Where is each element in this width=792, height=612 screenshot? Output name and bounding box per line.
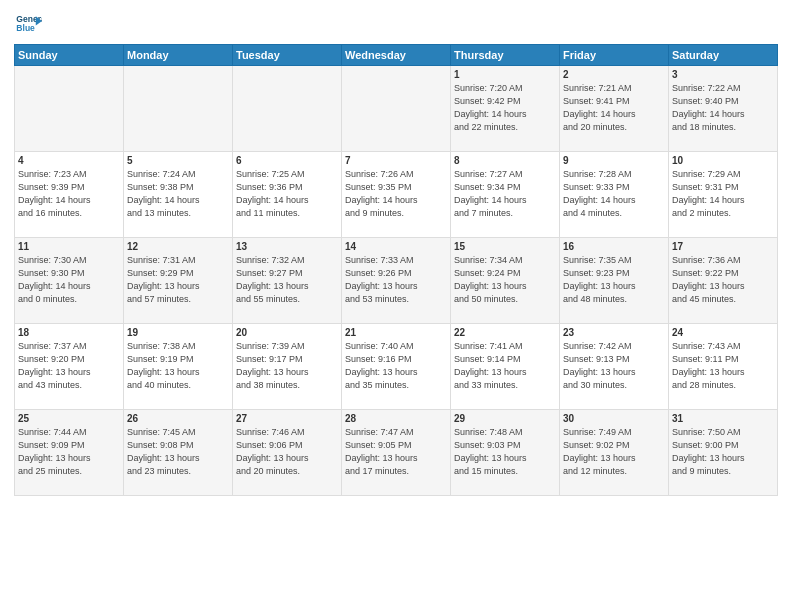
weekday-sunday: Sunday <box>15 45 124 66</box>
day-info: Sunrise: 7:31 AMSunset: 9:29 PMDaylight:… <box>127 254 229 306</box>
day-number: 10 <box>672 155 774 166</box>
day-cell-13: 13Sunrise: 7:32 AMSunset: 9:27 PMDayligh… <box>233 238 342 324</box>
day-number: 29 <box>454 413 556 424</box>
day-number: 1 <box>454 69 556 80</box>
day-number: 20 <box>236 327 338 338</box>
weekday-saturday: Saturday <box>669 45 778 66</box>
logo: General Blue <box>14 10 42 38</box>
day-cell-22: 22Sunrise: 7:41 AMSunset: 9:14 PMDayligh… <box>451 324 560 410</box>
weekday-header-row: SundayMondayTuesdayWednesdayThursdayFrid… <box>15 45 778 66</box>
svg-text:Blue: Blue <box>16 23 35 33</box>
day-number: 11 <box>18 241 120 252</box>
day-cell-2: 2Sunrise: 7:21 AMSunset: 9:41 PMDaylight… <box>560 66 669 152</box>
week-row-2: 4Sunrise: 7:23 AMSunset: 9:39 PMDaylight… <box>15 152 778 238</box>
day-cell-27: 27Sunrise: 7:46 AMSunset: 9:06 PMDayligh… <box>233 410 342 496</box>
day-number: 5 <box>127 155 229 166</box>
day-number: 25 <box>18 413 120 424</box>
day-info: Sunrise: 7:42 AMSunset: 9:13 PMDaylight:… <box>563 340 665 392</box>
day-number: 8 <box>454 155 556 166</box>
day-info: Sunrise: 7:46 AMSunset: 9:06 PMDaylight:… <box>236 426 338 478</box>
day-info: Sunrise: 7:23 AMSunset: 9:39 PMDaylight:… <box>18 168 120 220</box>
day-number: 26 <box>127 413 229 424</box>
day-info: Sunrise: 7:21 AMSunset: 9:41 PMDaylight:… <box>563 82 665 134</box>
day-info: Sunrise: 7:22 AMSunset: 9:40 PMDaylight:… <box>672 82 774 134</box>
day-cell-30: 30Sunrise: 7:49 AMSunset: 9:02 PMDayligh… <box>560 410 669 496</box>
week-row-3: 11Sunrise: 7:30 AMSunset: 9:30 PMDayligh… <box>15 238 778 324</box>
day-info: Sunrise: 7:28 AMSunset: 9:33 PMDaylight:… <box>563 168 665 220</box>
day-info: Sunrise: 7:39 AMSunset: 9:17 PMDaylight:… <box>236 340 338 392</box>
day-cell-17: 17Sunrise: 7:36 AMSunset: 9:22 PMDayligh… <box>669 238 778 324</box>
day-info: Sunrise: 7:44 AMSunset: 9:09 PMDaylight:… <box>18 426 120 478</box>
day-number: 31 <box>672 413 774 424</box>
day-cell-26: 26Sunrise: 7:45 AMSunset: 9:08 PMDayligh… <box>124 410 233 496</box>
day-info: Sunrise: 7:24 AMSunset: 9:38 PMDaylight:… <box>127 168 229 220</box>
day-info: Sunrise: 7:43 AMSunset: 9:11 PMDaylight:… <box>672 340 774 392</box>
day-cell-25: 25Sunrise: 7:44 AMSunset: 9:09 PMDayligh… <box>15 410 124 496</box>
day-number: 14 <box>345 241 447 252</box>
weekday-friday: Friday <box>560 45 669 66</box>
day-cell-24: 24Sunrise: 7:43 AMSunset: 9:11 PMDayligh… <box>669 324 778 410</box>
day-number: 30 <box>563 413 665 424</box>
day-info: Sunrise: 7:50 AMSunset: 9:00 PMDaylight:… <box>672 426 774 478</box>
week-row-4: 18Sunrise: 7:37 AMSunset: 9:20 PMDayligh… <box>15 324 778 410</box>
day-number: 21 <box>345 327 447 338</box>
day-cell-21: 21Sunrise: 7:40 AMSunset: 9:16 PMDayligh… <box>342 324 451 410</box>
calendar-table: SundayMondayTuesdayWednesdayThursdayFrid… <box>14 44 778 496</box>
day-info: Sunrise: 7:37 AMSunset: 9:20 PMDaylight:… <box>18 340 120 392</box>
day-cell-29: 29Sunrise: 7:48 AMSunset: 9:03 PMDayligh… <box>451 410 560 496</box>
day-cell-31: 31Sunrise: 7:50 AMSunset: 9:00 PMDayligh… <box>669 410 778 496</box>
day-cell-28: 28Sunrise: 7:47 AMSunset: 9:05 PMDayligh… <box>342 410 451 496</box>
day-cell-5: 5Sunrise: 7:24 AMSunset: 9:38 PMDaylight… <box>124 152 233 238</box>
weekday-thursday: Thursday <box>451 45 560 66</box>
day-info: Sunrise: 7:40 AMSunset: 9:16 PMDaylight:… <box>345 340 447 392</box>
day-info: Sunrise: 7:35 AMSunset: 9:23 PMDaylight:… <box>563 254 665 306</box>
day-number: 28 <box>345 413 447 424</box>
day-cell-11: 11Sunrise: 7:30 AMSunset: 9:30 PMDayligh… <box>15 238 124 324</box>
day-cell-7: 7Sunrise: 7:26 AMSunset: 9:35 PMDaylight… <box>342 152 451 238</box>
day-cell-16: 16Sunrise: 7:35 AMSunset: 9:23 PMDayligh… <box>560 238 669 324</box>
day-number: 17 <box>672 241 774 252</box>
day-cell-14: 14Sunrise: 7:33 AMSunset: 9:26 PMDayligh… <box>342 238 451 324</box>
day-cell-18: 18Sunrise: 7:37 AMSunset: 9:20 PMDayligh… <box>15 324 124 410</box>
day-cell-15: 15Sunrise: 7:34 AMSunset: 9:24 PMDayligh… <box>451 238 560 324</box>
day-cell-9: 9Sunrise: 7:28 AMSunset: 9:33 PMDaylight… <box>560 152 669 238</box>
day-info: Sunrise: 7:30 AMSunset: 9:30 PMDaylight:… <box>18 254 120 306</box>
day-cell-8: 8Sunrise: 7:27 AMSunset: 9:34 PMDaylight… <box>451 152 560 238</box>
weekday-wednesday: Wednesday <box>342 45 451 66</box>
empty-cell <box>342 66 451 152</box>
day-info: Sunrise: 7:38 AMSunset: 9:19 PMDaylight:… <box>127 340 229 392</box>
day-cell-23: 23Sunrise: 7:42 AMSunset: 9:13 PMDayligh… <box>560 324 669 410</box>
day-info: Sunrise: 7:49 AMSunset: 9:02 PMDaylight:… <box>563 426 665 478</box>
day-info: Sunrise: 7:48 AMSunset: 9:03 PMDaylight:… <box>454 426 556 478</box>
day-info: Sunrise: 7:45 AMSunset: 9:08 PMDaylight:… <box>127 426 229 478</box>
day-number: 15 <box>454 241 556 252</box>
day-info: Sunrise: 7:26 AMSunset: 9:35 PMDaylight:… <box>345 168 447 220</box>
day-number: 27 <box>236 413 338 424</box>
day-number: 19 <box>127 327 229 338</box>
day-number: 6 <box>236 155 338 166</box>
week-row-5: 25Sunrise: 7:44 AMSunset: 9:09 PMDayligh… <box>15 410 778 496</box>
day-number: 3 <box>672 69 774 80</box>
day-cell-3: 3Sunrise: 7:22 AMSunset: 9:40 PMDaylight… <box>669 66 778 152</box>
day-info: Sunrise: 7:34 AMSunset: 9:24 PMDaylight:… <box>454 254 556 306</box>
day-info: Sunrise: 7:20 AMSunset: 9:42 PMDaylight:… <box>454 82 556 134</box>
day-cell-4: 4Sunrise: 7:23 AMSunset: 9:39 PMDaylight… <box>15 152 124 238</box>
day-number: 7 <box>345 155 447 166</box>
day-info: Sunrise: 7:27 AMSunset: 9:34 PMDaylight:… <box>454 168 556 220</box>
day-number: 2 <box>563 69 665 80</box>
day-cell-20: 20Sunrise: 7:39 AMSunset: 9:17 PMDayligh… <box>233 324 342 410</box>
day-info: Sunrise: 7:33 AMSunset: 9:26 PMDaylight:… <box>345 254 447 306</box>
logo-icon: General Blue <box>14 10 42 38</box>
day-info: Sunrise: 7:36 AMSunset: 9:22 PMDaylight:… <box>672 254 774 306</box>
weekday-monday: Monday <box>124 45 233 66</box>
day-number: 24 <box>672 327 774 338</box>
day-number: 16 <box>563 241 665 252</box>
day-number: 23 <box>563 327 665 338</box>
day-info: Sunrise: 7:25 AMSunset: 9:36 PMDaylight:… <box>236 168 338 220</box>
day-number: 18 <box>18 327 120 338</box>
empty-cell <box>15 66 124 152</box>
page-header: General Blue <box>14 10 778 38</box>
day-number: 13 <box>236 241 338 252</box>
weekday-tuesday: Tuesday <box>233 45 342 66</box>
day-number: 22 <box>454 327 556 338</box>
